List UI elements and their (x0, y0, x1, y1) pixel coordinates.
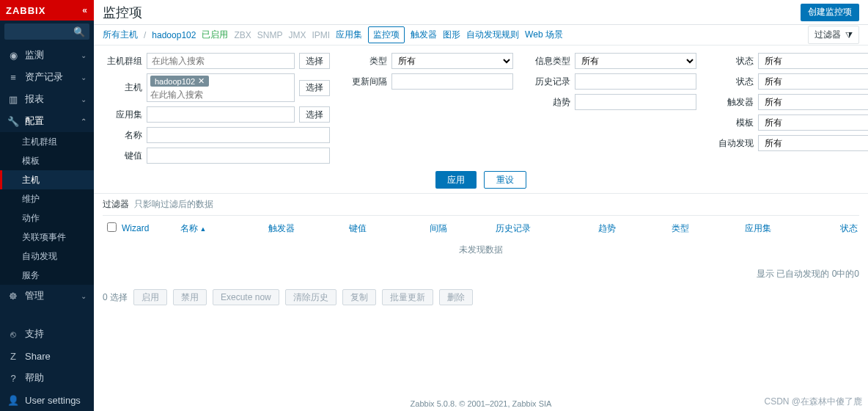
tab-web-scenarios[interactable]: Web 场景 (525, 29, 563, 41)
input-host[interactable] (147, 88, 294, 101)
th-name[interactable]: 名称 (180, 222, 268, 235)
select-trigger[interactable]: 所有 (758, 94, 868, 110)
agent-jmx: JMX (288, 30, 306, 40)
filter-strip-hint: 只影响过滤后的数据 (134, 199, 213, 209)
input-name[interactable] (147, 127, 330, 143)
breadcrumb-host[interactable]: hadoop102 (152, 30, 196, 40)
input-interval[interactable] (391, 73, 513, 90)
nav-administration[interactable]: ☸ 管理 ⌄ (0, 285, 94, 307)
nav-label: 监测 (25, 48, 44, 62)
th-trend[interactable]: 趋势 (598, 222, 672, 235)
nav-configuration-submenu: 主机群组 模板 主机 维护 动作 关联项事件 自动发现 服务 (0, 132, 94, 285)
select-status[interactable]: 所有 (758, 53, 868, 69)
tab-discovery-rules[interactable]: 自动发现规则 (466, 29, 519, 41)
reset-button[interactable]: 重设 (484, 171, 526, 189)
breadcrumb-all-hosts[interactable]: 所有主机 (103, 29, 138, 41)
input-history[interactable] (575, 73, 696, 90)
filter-col-4: 状态 所有 状态 所有 触发器 所有 模板 所有 (711, 53, 868, 164)
tab-graphs[interactable]: 图形 (443, 29, 460, 41)
items-table: Wizard 名称 触发器 键值 间隔 历史记录 趋势 类型 应用集 状态 信息… (103, 215, 859, 285)
label-history: 历史记录 (528, 76, 570, 88)
filter-toggle[interactable]: 过滤器 ⧩ (808, 26, 859, 44)
label-trigger: 触发器 (711, 96, 754, 109)
input-appset[interactable] (147, 106, 295, 123)
nav-label: 管理 (25, 289, 44, 302)
host-chipbox[interactable]: hadoop102 ✕ (147, 73, 295, 102)
sub-hostgroups[interactable]: 主机群组 (0, 132, 94, 151)
collapse-icon[interactable]: « (82, 5, 88, 15)
select-state[interactable]: 所有 (758, 73, 868, 90)
th-key[interactable]: 键值 (349, 222, 430, 235)
th-type[interactable]: 类型 (672, 222, 745, 235)
nav-inventory[interactable]: ≡ 资产记录 ⌄ (0, 66, 94, 88)
nav-label: 资产记录 (25, 70, 63, 84)
th-status[interactable]: 状态 (840, 222, 868, 235)
th-appset[interactable]: 应用集 (745, 222, 840, 235)
page-title: 监控项 (103, 4, 142, 21)
sub-maintenance[interactable]: 维护 (0, 189, 94, 208)
list-icon: ≡ (7, 72, 19, 83)
bulk-execute-now[interactable]: Execute now (213, 289, 279, 305)
tab-triggers[interactable]: 触发器 (411, 29, 437, 41)
th-history[interactable]: 历史记录 (496, 222, 598, 235)
host-chip[interactable]: hadoop102 ✕ (150, 76, 209, 87)
label-hostgroup: 主机群组 (103, 55, 142, 68)
bulk-enable[interactable]: 启用 (133, 289, 167, 305)
nav-share[interactable]: ZShare (0, 345, 94, 367)
input-key[interactable] (147, 148, 330, 164)
remove-chip-icon[interactable]: ✕ (198, 76, 205, 86)
th-triggers[interactable]: 触发器 (268, 222, 349, 235)
th-wizard[interactable]: Wizard (122, 223, 180, 233)
create-item-button[interactable]: 创建监控项 (801, 4, 859, 21)
nav-help[interactable]: ?帮助 (0, 367, 94, 389)
input-trend[interactable] (575, 94, 696, 110)
nav-lower: ⎋支持 ZShare ?帮助 👤User settings (0, 323, 94, 411)
label-template: 模板 (711, 117, 754, 129)
bulk-disable[interactable]: 禁用 (173, 289, 207, 305)
agent-ipmi: IPMI (312, 30, 330, 40)
nav-label: 报表 (25, 92, 44, 106)
nav-reports[interactable]: ▥ 报表 ⌄ (0, 88, 94, 110)
sub-discovery[interactable]: 自动发现 (0, 247, 94, 266)
apply-button[interactable]: 应用 (435, 171, 477, 189)
label-state: 状态 (711, 76, 754, 88)
wrench-icon: 🔧 (7, 116, 19, 127)
th-interval[interactable]: 间隔 (430, 222, 496, 235)
select-appset-button[interactable]: 选择 (299, 106, 330, 123)
input-hostgroup[interactable] (147, 53, 295, 69)
breadcrumb-enabled: 已启用 (202, 29, 228, 41)
sidebar: ZABBIX « 🔍 ◉ 监测 ⌄ ≡ 资产记录 ⌄ ▥ 报表 ⌄ 🔧 配置 ⌃… (0, 0, 94, 411)
tab-applications[interactable]: 应用集 (336, 29, 362, 41)
nav-monitoring[interactable]: ◉ 监测 ⌄ (0, 44, 94, 66)
sub-correlation[interactable]: 关联项事件 (0, 228, 94, 247)
nav-user-settings[interactable]: 👤User settings (0, 389, 94, 411)
nav-configuration[interactable]: 🔧 配置 ⌃ (0, 110, 94, 132)
table-foot: 显示 已自动发现的 0中的0 (103, 263, 859, 285)
support-icon: ⎋ (7, 329, 19, 340)
filter-col-2: 类型 所有 更新间隔 (345, 53, 513, 164)
brand-text: ZABBIX (6, 5, 45, 16)
nav-support[interactable]: ⎋支持 (0, 323, 94, 345)
sub-templates[interactable]: 模板 (0, 151, 94, 170)
select-template[interactable]: 所有 (758, 114, 868, 131)
sub-hosts[interactable]: 主机 (0, 170, 94, 189)
select-host-button[interactable]: 选择 (299, 80, 330, 96)
select-type[interactable]: 所有 (391, 53, 513, 69)
bulk-copy[interactable]: 复制 (342, 289, 376, 305)
sub-services[interactable]: 服务 (0, 266, 94, 285)
label-trend: 趋势 (528, 96, 570, 109)
tab-items[interactable]: 监控项 (368, 26, 405, 43)
label-key: 键值 (103, 150, 142, 162)
select-hostgroup-button[interactable]: 选择 (299, 53, 330, 69)
bulk-delete[interactable]: 删除 (439, 289, 473, 305)
sub-actions[interactable]: 动作 (0, 208, 94, 228)
select-info-type[interactable]: 所有 (575, 53, 696, 69)
select-all-checkbox[interactable] (107, 222, 117, 232)
user-icon: 👤 (7, 395, 19, 406)
bulk-count: 0 选择 (103, 291, 128, 304)
select-autodisc[interactable]: 所有 (758, 135, 868, 151)
bulk-clear-history[interactable]: 清除历史 (285, 289, 336, 305)
main: 监控项 创建监控项 所有主机 / hadoop102 已启用 ZBX SNMP … (94, 0, 868, 411)
bulk-mass-update[interactable]: 批量更新 (382, 289, 433, 305)
sidebar-search[interactable]: 🔍 (4, 23, 89, 40)
